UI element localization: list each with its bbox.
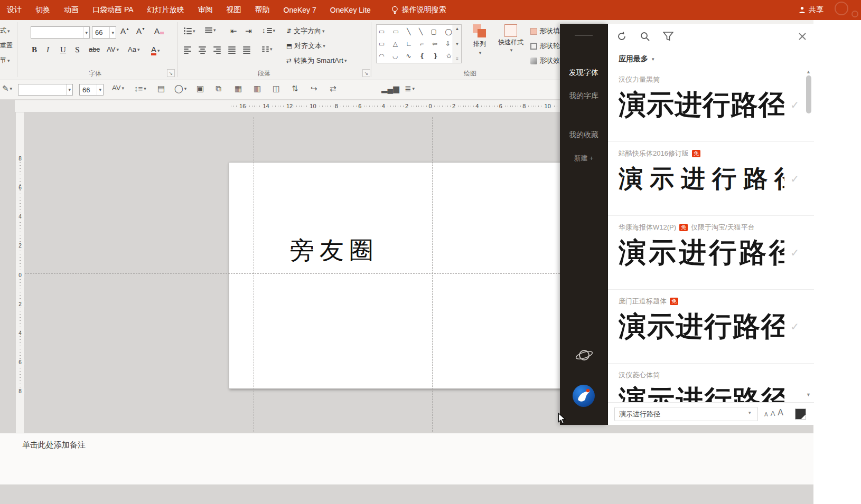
tab-onekey7[interactable]: OneKey 7 bbox=[277, 0, 323, 20]
planet-icon[interactable] bbox=[575, 347, 594, 364]
sort-dropdown[interactable]: 应用最多▾ bbox=[619, 54, 654, 64]
mini-switch-button[interactable]: ⇄ bbox=[330, 84, 336, 93]
slide-title-text[interactable]: 旁友圈 bbox=[290, 234, 379, 267]
decrease-font-button[interactable]: A▼ bbox=[136, 26, 145, 35]
mini-line-spacing-button[interactable]: ↕≡▾ bbox=[134, 84, 146, 93]
align-right-button[interactable] bbox=[213, 46, 221, 54]
font-name-combo[interactable]: ▾ bbox=[31, 26, 90, 39]
filter-icon[interactable] bbox=[663, 32, 673, 41]
justify-button[interactable] bbox=[228, 46, 236, 54]
mini-print-button[interactable]: ▣ bbox=[196, 84, 204, 93]
close-icon[interactable] bbox=[798, 32, 807, 41]
font-list-item[interactable]: 庞门正道标题体免 演示进行路径 ✓ bbox=[608, 290, 814, 364]
distribute-button[interactable] bbox=[243, 46, 250, 54]
size-medium-button[interactable]: A bbox=[771, 410, 775, 417]
font-size-combo[interactable]: 66▾ bbox=[92, 26, 116, 39]
mini-shape-button[interactable]: ◯▾ bbox=[174, 84, 186, 93]
mini-layout-button[interactable]: ◫ bbox=[273, 84, 280, 93]
preview-text-input[interactable] bbox=[614, 407, 758, 421]
convert-smartart-button[interactable]: ⇄转换为 SmartArt▾ bbox=[286, 56, 347, 65]
tab-onekey-lite[interactable]: OneKey Lite bbox=[323, 0, 378, 20]
columns-button[interactable]: ▾ bbox=[262, 46, 273, 52]
mini-picture-button[interactable]: ▦ bbox=[235, 84, 242, 93]
font-color-button[interactable]: A▾ bbox=[151, 45, 160, 55]
line-spacing-button[interactable]: ↕▾ bbox=[262, 26, 275, 34]
mini-list-button[interactable]: ≣▾ bbox=[405, 84, 415, 93]
bullet-list-button[interactable]: ▾ bbox=[184, 27, 195, 34]
horizontal-guide[interactable] bbox=[25, 273, 560, 274]
numbered-list-button[interactable]: ▾ bbox=[205, 27, 216, 33]
font-list-item[interactable]: 华康海报体W12(P)免仅限于淘宝/天猫平台 演示进行路径 ✓ bbox=[608, 216, 814, 290]
tab-review[interactable]: 审阅 bbox=[191, 0, 220, 20]
align-center-button[interactable] bbox=[199, 46, 206, 54]
align-left-button[interactable] bbox=[184, 46, 191, 54]
gallery-down-icon[interactable]: ▼ bbox=[455, 42, 460, 46]
mini-duplicate-button[interactable]: ⧉ bbox=[216, 84, 221, 93]
tell-me-search[interactable]: 操作说明搜索 bbox=[391, 5, 446, 15]
scrollbar-up-icon[interactable]: ▲ bbox=[806, 69, 811, 74]
nav-favorites[interactable]: 我的收藏 bbox=[560, 130, 607, 140]
mini-font-name-combo[interactable]: ▾ bbox=[18, 84, 73, 96]
tab-design[interactable]: 设计 bbox=[0, 0, 29, 20]
mini-text-box-button[interactable]: ▤ bbox=[157, 84, 165, 93]
nav-discover-fonts[interactable]: 发现字体 bbox=[560, 68, 607, 78]
font-list-item[interactable]: 汉仪菱心体简 演示进行路径 bbox=[608, 364, 814, 402]
nav-new[interactable]: 新建 + bbox=[560, 154, 607, 163]
dropdown-arrow-icon[interactable]: ▾ bbox=[748, 410, 751, 415]
free-badge: 免 bbox=[692, 150, 700, 157]
shape-gallery[interactable]: ▭ ▭ ╲ ╲ ▢ ◯ ▭ △ ∟ ⌐ ⇦ ⇩ ◠ ◡ ∿ ❴ ❵ ✩ bbox=[376, 24, 453, 63]
size-large-button[interactable]: A bbox=[778, 408, 783, 417]
character-spacing-button[interactable]: AV▾ bbox=[107, 45, 119, 53]
italic-button[interactable]: I bbox=[46, 45, 49, 54]
pencil-tool-button[interactable]: ✎▾ bbox=[2, 84, 12, 93]
title-bar: 设计 切换 动画 口袋动画 PA 幻灯片放映 审阅 视图 帮助 OneKey 7… bbox=[0, 0, 861, 20]
mini-font-size-combo[interactable]: 66▾ bbox=[79, 84, 104, 96]
nav-my-fonts[interactable]: 我的字库 bbox=[560, 91, 607, 101]
font-dialog-launcher[interactable]: ↘ bbox=[167, 69, 175, 77]
notes-pane[interactable]: 单击此处添加备注 bbox=[0, 433, 861, 484]
bold-button[interactable]: B bbox=[32, 45, 37, 54]
font-list-item[interactable]: 站酷快乐体2016修订版免 演示进行路径 ✓ bbox=[608, 142, 814, 216]
scrollbar-down-icon[interactable]: ▼ bbox=[806, 392, 811, 397]
change-case-button[interactable]: Aa▾ bbox=[128, 45, 139, 53]
section-button[interactable]: 节▾ bbox=[0, 56, 10, 65]
shape-gallery-scroll[interactable]: ▲▼≡ bbox=[453, 24, 462, 63]
underline-button[interactable]: U bbox=[60, 45, 66, 54]
mini-chart-button[interactable]: ▂▄▆ bbox=[381, 84, 399, 93]
vertical-guide[interactable] bbox=[432, 117, 433, 432]
panel-bottom-bar: ▾ A A A bbox=[608, 402, 814, 425]
tab-pocket-animation[interactable]: 口袋动画 PA bbox=[86, 0, 141, 20]
gallery-up-icon[interactable]: ▲ bbox=[455, 26, 460, 31]
align-text-button[interactable]: ⬒对齐文本▾ bbox=[286, 41, 325, 51]
text-direction-button[interactable]: ⇵文字方向▾ bbox=[286, 26, 325, 36]
text-shadow-button[interactable]: S bbox=[75, 45, 79, 54]
mini-send-button[interactable]: ↪ bbox=[311, 84, 317, 93]
hellofont-logo[interactable] bbox=[572, 384, 596, 408]
mini-move-button[interactable]: ⇅ bbox=[292, 84, 298, 93]
decrease-indent-button[interactable]: ⇤ bbox=[230, 26, 237, 36]
tab-view[interactable]: 视图 bbox=[220, 0, 248, 20]
search-icon[interactable] bbox=[640, 31, 650, 42]
preview-color-swatch[interactable] bbox=[795, 408, 806, 420]
increase-font-button[interactable]: A▲ bbox=[120, 26, 129, 35]
layout-button[interactable]: 式▾ bbox=[0, 26, 10, 35]
refresh-icon[interactable] bbox=[616, 31, 627, 42]
clear-formatting-button[interactable]: A bbox=[154, 26, 164, 35]
share-button[interactable]: 共享 bbox=[799, 0, 823, 20]
size-small-button[interactable]: A bbox=[764, 412, 768, 417]
mini-char-spacing-button[interactable]: AV▾ bbox=[112, 84, 124, 92]
tab-slideshow[interactable]: 幻灯片放映 bbox=[141, 0, 191, 20]
tab-transitions[interactable]: 切换 bbox=[29, 0, 57, 20]
mini-table-button[interactable]: ▥ bbox=[254, 84, 261, 93]
increase-indent-button[interactable]: ⇥ bbox=[245, 26, 252, 36]
mouse-cursor bbox=[558, 413, 567, 424]
paragraph-dialog-launcher[interactable]: ↘ bbox=[362, 69, 370, 77]
font-list-item[interactable]: 汉仪力量黑简 演示进行路径 ✓ bbox=[608, 68, 814, 142]
gallery-more-icon[interactable]: ≡ bbox=[456, 56, 458, 61]
tab-help[interactable]: 帮助 bbox=[248, 0, 277, 20]
vertical-guide[interactable] bbox=[254, 117, 254, 432]
reset-button[interactable]: 重置 bbox=[0, 41, 13, 50]
scrollbar-thumb[interactable] bbox=[806, 75, 811, 113]
tab-animations[interactable]: 动画 bbox=[57, 0, 86, 20]
strikethrough-button[interactable]: abc bbox=[89, 45, 100, 53]
